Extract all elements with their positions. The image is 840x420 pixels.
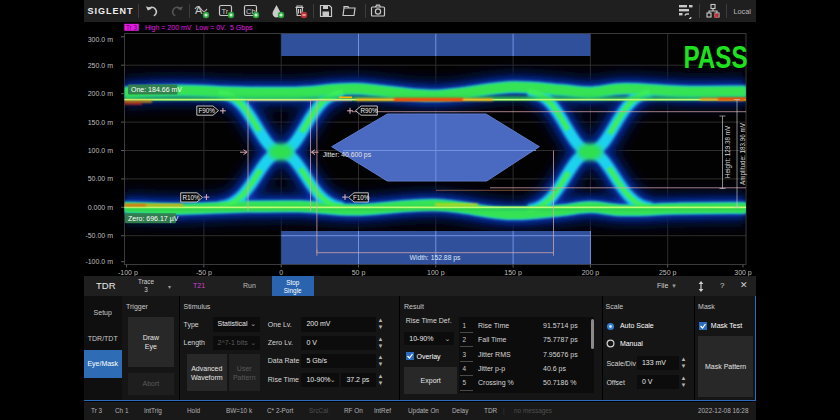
svg-text:250.0 m: 250.0 m (88, 62, 113, 69)
svg-text:0: 0 (279, 269, 283, 276)
svg-text:-100.0 m: -100.0 m (85, 258, 113, 265)
svg-text:100.0 m: 100.0 m (88, 147, 113, 154)
svg-text:200.0 m: 200.0 m (88, 90, 113, 97)
svg-text:F90%: F90% (199, 107, 216, 114)
svg-text:0.000 m: 0.000 m (88, 204, 113, 211)
svg-text:Tr 3: Tr 3 (126, 24, 137, 31)
svg-text:300.0 m: 300.0 m (88, 36, 113, 43)
svg-text:R90%: R90% (361, 107, 379, 114)
svg-text:Amplitude: 183.96 mV: Amplitude: 183.96 mV (739, 122, 747, 185)
svg-text:R10%: R10% (183, 194, 201, 201)
svg-text:Jitter: 40.600 ps: Jitter: 40.600 ps (323, 151, 372, 159)
svg-text:High = 200 mV Low = 0V. 5 Gb: High = 200 mV Low = 0V. 5 Gbps (145, 24, 253, 32)
svg-text:Width: 152.88 ps: Width: 152.88 ps (409, 254, 461, 262)
svg-text:50.00 m: 50.00 m (88, 175, 113, 182)
svg-text:Height: 129.38 mV: Height: 129.38 mV (724, 125, 732, 178)
svg-text:One: 184.66 mV: One: 184.66 mV (131, 86, 182, 93)
svg-text:PASS: PASS (684, 40, 748, 75)
svg-text:-50.00 m: -50.00 m (85, 232, 113, 239)
svg-text:F10%: F10% (353, 194, 370, 201)
svg-text:150.0 m: 150.0 m (88, 119, 113, 126)
svg-text:Zero: 696.17 µV: Zero: 696.17 µV (128, 215, 179, 223)
